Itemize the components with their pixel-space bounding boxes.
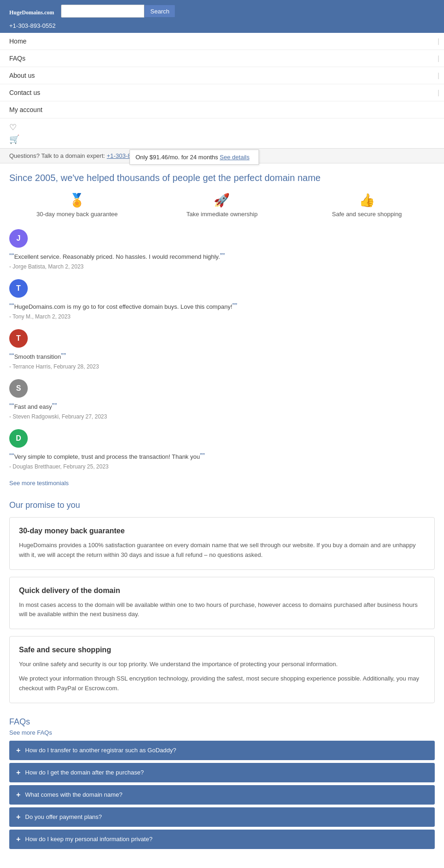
faq-plus-icon-2: + [16, 791, 20, 799]
avatar-steven: S [9, 379, 28, 398]
author-douglas: - Douglas Bretthauer, February 25, 2023 [9, 463, 435, 470]
author-jorge: - Jorge Batista, March 2, 2023 [9, 263, 435, 270]
nav-separator: | [438, 89, 444, 96]
feature-immediate-ownership: 🚀 Take immediate ownership [154, 193, 290, 218]
search-form: Search [61, 5, 175, 18]
quote-terrance: Smooth transition [9, 352, 435, 361]
nav-menu: Home | FAQs | About us | Contact us | My… [0, 33, 444, 149]
logo: HugeDomains.com [9, 5, 54, 17]
feature-secure-label: Safe and secure shopping [332, 211, 402, 218]
testimonials-list: J Excellent service. Reasonably priced. … [9, 229, 435, 470]
rocket-icon: 🚀 [214, 193, 230, 208]
nav-item-about[interactable]: About us | [0, 67, 444, 84]
nav-separator: | [438, 72, 444, 79]
see-more-testimonials-link[interactable]: See more testimonials [9, 480, 69, 487]
faqs-section: FAQs See more FAQs + How do I transfer t… [9, 717, 435, 849]
features-row: 🏅 30-day money back guarantee 🚀 Take imm… [9, 193, 435, 218]
nav-item-home[interactable]: Home | [0, 33, 444, 50]
main-title: Since 2005, we've helped thousands of pe… [9, 173, 435, 183]
faq-label-4: How do I keep my personal information pr… [25, 836, 152, 843]
faq-plus-icon-4: + [16, 835, 20, 843]
author-steven: - Steven Radgowski, February 27, 2023 [9, 413, 435, 420]
avatar-terrance: T [9, 329, 28, 348]
quote-douglas: Very simple to complete, trust and proce… [9, 452, 435, 461]
nav-item-contact[interactable]: Contact us | [0, 84, 444, 101]
feature-immediate-label: Take immediate ownership [186, 211, 258, 218]
faq-label-0: How do I transfer to another registrar s… [25, 747, 176, 754]
questions-bar: Questions? Talk to a domain expert: +1-3… [0, 149, 444, 163]
nav-link-home[interactable]: Home [0, 33, 438, 50]
faq-plus-icon-3: + [16, 813, 20, 821]
faq-item-4[interactable]: + How do I keep my personal information … [9, 830, 435, 849]
feature-money-back: 🏅 30-day money back guarantee [9, 193, 145, 218]
promise-title: Our promise to you [9, 500, 435, 510]
faq-item-0[interactable]: + How do I transfer to another registrar… [9, 741, 435, 760]
promise-delivery-text: In most cases access to the domain will … [19, 600, 425, 620]
header: HugeDomains.com Search +1-303-893-0552 [0, 0, 444, 33]
nav-link-about[interactable]: About us [0, 67, 438, 84]
faq-item-3[interactable]: + Do you offer payment plans? [9, 807, 435, 827]
faq-item-1[interactable]: + How do I get the domain after the purc… [9, 763, 435, 782]
faq-item-2[interactable]: + What comes with the domain name? [9, 785, 435, 805]
author-tony: - Tony M., March 2, 2023 [9, 313, 435, 320]
testimonial-jorge: J Excellent service. Reasonably priced. … [9, 229, 435, 270]
nav-link-faqs[interactable]: FAQs [0, 50, 438, 67]
price-tooltip: Only $91.46/mo. for 24 months See detail… [130, 150, 259, 165]
promise-secure-text1: Your online safety and security is our t… [19, 660, 425, 669]
promise-section: Our promise to you 30-day money back gua… [9, 500, 435, 703]
faq-plus-icon-1: + [16, 768, 20, 777]
avatar-tony: T [9, 279, 28, 298]
promise-card-delivery: Quick delivery of the domain In most cas… [9, 577, 435, 630]
promise-secure-title: Safe and secure shopping [19, 646, 425, 654]
feature-money-back-label: 30-day money back guarantee [37, 211, 118, 218]
search-button[interactable]: Search [144, 5, 175, 18]
nav-link-myaccount[interactable]: My account [0, 101, 444, 118]
nav-item-faqs[interactable]: FAQs | [0, 50, 444, 67]
testimonial-tony: T HugeDomains.com is my go to for cost e… [9, 279, 435, 320]
testimonial-steven: S Fast and easy - Steven Radgowski, Febr… [9, 379, 435, 420]
promise-delivery-title: Quick delivery of the domain [19, 587, 425, 595]
phone-number: +1-303-893-0552 [9, 22, 435, 33]
quote-tony: HugeDomains.com is my go to for cost eff… [9, 302, 435, 311]
promise-card-secure: Safe and secure shopping Your online saf… [9, 636, 435, 703]
tooltip-link[interactable]: See details [220, 154, 249, 161]
thumbsup-icon: 👍 [359, 193, 375, 208]
promise-secure-text2: We protect your information through SSL … [19, 674, 425, 693]
wishlist-icon[interactable]: ♡ [9, 122, 435, 132]
faqs-title: FAQs [9, 717, 435, 727]
promise-card-money-back: 30-day money back guarantee HugeDomains … [9, 517, 435, 570]
nav-link-contact[interactable]: Contact us [0, 84, 438, 101]
main-content: Since 2005, we've helped thousands of pe… [0, 163, 444, 861]
money-back-icon: 🏅 [69, 193, 85, 208]
nav-separator: | [438, 55, 444, 62]
logo-suffix: .com [43, 9, 54, 16]
nav-separator: | [438, 37, 444, 45]
faq-label-3: Do you offer payment plans? [25, 813, 102, 820]
logo-text: HugeDomains [9, 9, 43, 16]
cart-icon[interactable]: 🛒 [9, 134, 435, 144]
faq-label-2: What comes with the domain name? [25, 791, 122, 798]
quote-steven: Fast and easy [9, 402, 435, 411]
faq-plus-icon-0: + [16, 746, 20, 755]
faq-label-1: How do I get the domain after the purcha… [25, 769, 144, 776]
quote-jorge: Excellent service. Reasonably priced. No… [9, 252, 435, 261]
see-more-faqs-link[interactable]: See more FAQs [9, 729, 435, 736]
promise-money-back-text: HugeDomains provides a 100% satisfaction… [19, 541, 425, 560]
promise-money-back-title: 30-day money back guarantee [19, 527, 425, 535]
avatar-jorge: J [9, 229, 28, 248]
testimonial-terrance: T Smooth transition - Terrance Harris, F… [9, 329, 435, 370]
search-input[interactable] [61, 5, 144, 18]
header-top: HugeDomains.com Search [9, 5, 435, 22]
avatar-douglas: D [9, 429, 28, 448]
questions-text: Questions? Talk to a domain expert: [9, 152, 105, 159]
testimonial-douglas: D Very simple to complete, trust and pro… [9, 429, 435, 470]
wishlist-cart-area: ♡ 🛒 [0, 119, 444, 148]
author-terrance: - Terrance Harris, February 28, 2023 [9, 363, 435, 370]
nav-item-myaccount[interactable]: My account [0, 101, 444, 119]
feature-secure-shopping: 👍 Safe and secure shopping [299, 193, 435, 218]
tooltip-text: Only $91.46/mo. for 24 months [136, 154, 218, 161]
